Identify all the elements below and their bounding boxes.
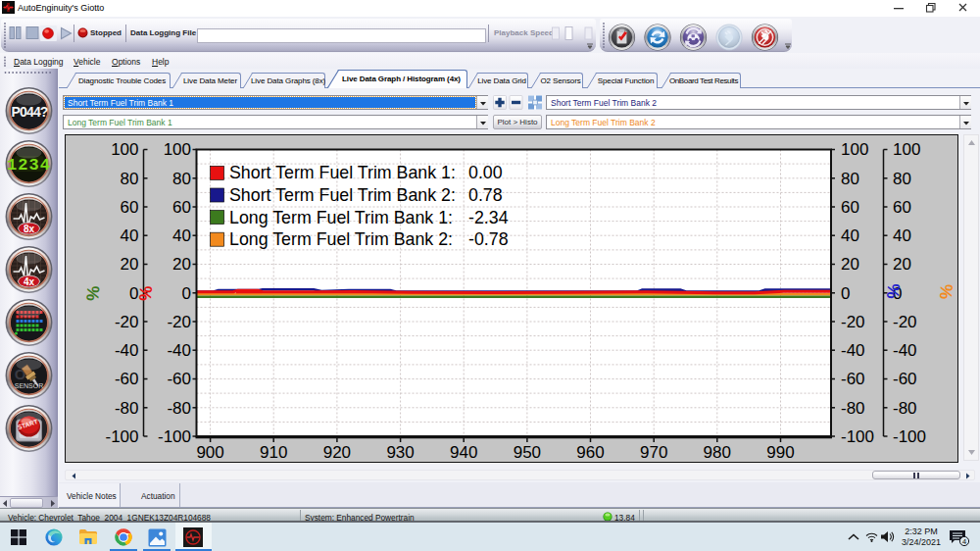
svg-text:-80: -80: [115, 399, 139, 418]
svg-text:-60: -60: [841, 370, 865, 388]
svg-text:100: 100: [841, 140, 868, 159]
svg-text:-100: -100: [841, 427, 874, 446]
svg-text:970: 970: [640, 443, 667, 462]
svg-text:930: 930: [386, 443, 414, 462]
svg-text:100: 100: [111, 140, 138, 159]
svg-text:80: 80: [841, 170, 859, 188]
svg-text:-60: -60: [893, 370, 917, 388]
svg-text:-20: -20: [115, 313, 139, 331]
svg-text:990: 990: [766, 443, 794, 462]
svg-text:-0.78: -0.78: [468, 229, 509, 249]
svg-text:0: 0: [182, 284, 191, 303]
svg-text:-20: -20: [893, 313, 917, 331]
svg-text:-80: -80: [893, 399, 917, 418]
svg-text:0.78: 0.78: [468, 185, 503, 205]
svg-text:80: 80: [121, 170, 139, 188]
svg-text:100: 100: [893, 140, 920, 159]
svg-text:960: 960: [576, 443, 604, 462]
svg-text:0: 0: [841, 284, 850, 303]
svg-text:%: %: [883, 282, 904, 300]
svg-text:920: 920: [323, 443, 351, 462]
svg-text:-80: -80: [167, 399, 191, 418]
svg-text:Long Term Fuel Trim Bank 2:: Long Term Fuel Trim Bank 2:: [229, 229, 453, 249]
svg-text:20: 20: [121, 255, 139, 274]
svg-text:-20: -20: [841, 313, 865, 331]
svg-text:60: 60: [841, 198, 859, 217]
svg-text:20: 20: [172, 255, 191, 274]
svg-text:Short Term Fuel Trim Bank 1:: Short Term Fuel Trim Bank 1:: [229, 163, 456, 182]
svg-text:910: 910: [260, 443, 287, 462]
svg-text:-100: -100: [105, 427, 138, 446]
svg-text:60: 60: [172, 198, 191, 217]
svg-text:-40: -40: [167, 341, 191, 360]
svg-text:P044?: P044?: [11, 104, 47, 120]
svg-text:900: 900: [196, 443, 223, 462]
svg-text:-40: -40: [893, 341, 917, 360]
svg-text:980: 980: [704, 443, 731, 462]
svg-text:40: 40: [121, 226, 139, 245]
svg-text:-100: -100: [893, 427, 926, 446]
svg-text:940: 940: [450, 443, 477, 462]
svg-text:-40: -40: [841, 341, 865, 360]
svg-text:40: 40: [893, 226, 911, 245]
svg-text:%: %: [135, 285, 156, 303]
svg-text:4x: 4x: [24, 276, 35, 287]
svg-text:-40: -40: [115, 341, 139, 360]
svg-text:-100: -100: [158, 427, 191, 446]
svg-text:-20: -20: [167, 313, 191, 331]
svg-text:8x: 8x: [24, 224, 35, 234]
svg-text:-80: -80: [841, 399, 865, 418]
svg-text:950: 950: [514, 443, 541, 462]
svg-text:40: 40: [172, 226, 191, 245]
svg-text:-2.34: -2.34: [468, 208, 509, 227]
svg-text:0.00: 0.00: [468, 163, 503, 182]
svg-text:1234: 1234: [7, 156, 51, 175]
svg-text:-60: -60: [115, 370, 139, 388]
svg-text:SENSOR: SENSOR: [15, 382, 44, 389]
svg-text:Short Term Fuel Trim Bank 2:: Short Term Fuel Trim Bank 2:: [229, 185, 456, 205]
svg-text:80: 80: [172, 170, 191, 188]
svg-text:Long Term Fuel Trim Bank 1:: Long Term Fuel Trim Bank 1:: [229, 208, 453, 227]
svg-text:%: %: [936, 283, 956, 301]
svg-text:%: %: [82, 285, 103, 303]
svg-text:4: 4: [962, 537, 966, 546]
svg-text:60: 60: [893, 198, 911, 217]
svg-text:40: 40: [841, 226, 859, 245]
svg-text:100: 100: [164, 140, 191, 159]
svg-text:20: 20: [841, 255, 859, 274]
svg-text:80: 80: [893, 170, 911, 188]
svg-text:20: 20: [893, 255, 911, 274]
svg-text:60: 60: [121, 198, 139, 217]
svg-text:-60: -60: [167, 370, 191, 388]
